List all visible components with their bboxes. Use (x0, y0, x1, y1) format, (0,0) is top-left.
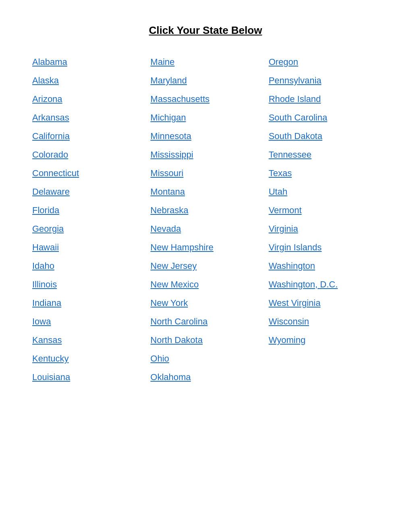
state-link-georgia[interactable]: Georgia (32, 220, 142, 238)
state-link-new-hampshire[interactable]: New Hampshire (150, 238, 260, 257)
state-link-vermont[interactable]: Vermont (269, 201, 379, 220)
state-link-california[interactable]: California (32, 127, 142, 145)
state-link-hawaii[interactable]: Hawaii (32, 238, 142, 257)
state-link-maine[interactable]: Maine (150, 53, 260, 71)
state-link-washington[interactable]: Washington (269, 257, 379, 275)
column-1: AlabamaAlaskaArizonaArkansasCaliforniaCo… (32, 53, 142, 387)
state-link-michigan[interactable]: Michigan (150, 108, 260, 127)
state-link-alabama[interactable]: Alabama (32, 53, 142, 71)
state-link-maryland[interactable]: Maryland (150, 71, 260, 90)
state-link-new-jersey[interactable]: New Jersey (150, 257, 260, 275)
state-link-illinois[interactable]: Illinois (32, 275, 142, 294)
state-link-new-york[interactable]: New York (150, 294, 260, 312)
state-link-delaware[interactable]: Delaware (32, 183, 142, 201)
state-link-utah[interactable]: Utah (269, 183, 379, 201)
state-link-mississippi[interactable]: Mississippi (150, 145, 260, 164)
state-link-virginia[interactable]: Virginia (269, 220, 379, 238)
state-link-ohio[interactable]: Ohio (150, 349, 260, 368)
state-link-connecticut[interactable]: Connecticut (32, 164, 142, 183)
state-link-north-dakota[interactable]: North Dakota (150, 331, 260, 349)
state-link-louisiana[interactable]: Louisiana (32, 368, 142, 387)
state-link-minnesota[interactable]: Minnesota (150, 127, 260, 145)
state-link-virgin-islands[interactable]: Virgin Islands (269, 238, 379, 257)
state-link-alaska[interactable]: Alaska (32, 71, 142, 90)
state-link-nebraska[interactable]: Nebraska (150, 201, 260, 220)
state-link-iowa[interactable]: Iowa (32, 312, 142, 331)
column-3: OregonPennsylvaniaRhode IslandSouth Caro… (269, 53, 379, 387)
state-link-north-carolina[interactable]: North Carolina (150, 312, 260, 331)
state-link-arizona[interactable]: Arizona (32, 90, 142, 108)
state-link-colorado[interactable]: Colorado (32, 145, 142, 164)
state-link-pennsylvania[interactable]: Pennsylvania (269, 71, 379, 90)
state-link-tennessee[interactable]: Tennessee (269, 145, 379, 164)
page-title: Click Your State Below (32, 24, 379, 37)
state-link-kentucky[interactable]: Kentucky (32, 349, 142, 368)
state-link-south-carolina[interactable]: South Carolina (269, 108, 379, 127)
state-link-oregon[interactable]: Oregon (269, 53, 379, 71)
state-link-kansas[interactable]: Kansas (32, 331, 142, 349)
state-link-rhode-island[interactable]: Rhode Island (269, 90, 379, 108)
state-link-indiana[interactable]: Indiana (32, 294, 142, 312)
state-link-florida[interactable]: Florida (32, 201, 142, 220)
state-link-arkansas[interactable]: Arkansas (32, 108, 142, 127)
state-link-south-dakota[interactable]: South Dakota (269, 127, 379, 145)
column-2: MaineMarylandMassachusettsMichiganMinnes… (150, 53, 260, 387)
state-link-massachusetts[interactable]: Massachusetts (150, 90, 260, 108)
state-link-oklahoma[interactable]: Oklahoma (150, 368, 260, 387)
state-link-missouri[interactable]: Missouri (150, 164, 260, 183)
state-grid: AlabamaAlaskaArizonaArkansasCaliforniaCo… (32, 53, 379, 387)
state-link-texas[interactable]: Texas (269, 164, 379, 183)
state-link-west-virginia[interactable]: West Virginia (269, 294, 379, 312)
state-link-nevada[interactable]: Nevada (150, 220, 260, 238)
state-link-washington-d-c-[interactable]: Washington, D.C. (269, 275, 379, 294)
state-link-new-mexico[interactable]: New Mexico (150, 275, 260, 294)
state-link-montana[interactable]: Montana (150, 183, 260, 201)
state-link-wyoming[interactable]: Wyoming (269, 331, 379, 349)
state-link-idaho[interactable]: Idaho (32, 257, 142, 275)
state-link-wisconsin[interactable]: Wisconsin (269, 312, 379, 331)
